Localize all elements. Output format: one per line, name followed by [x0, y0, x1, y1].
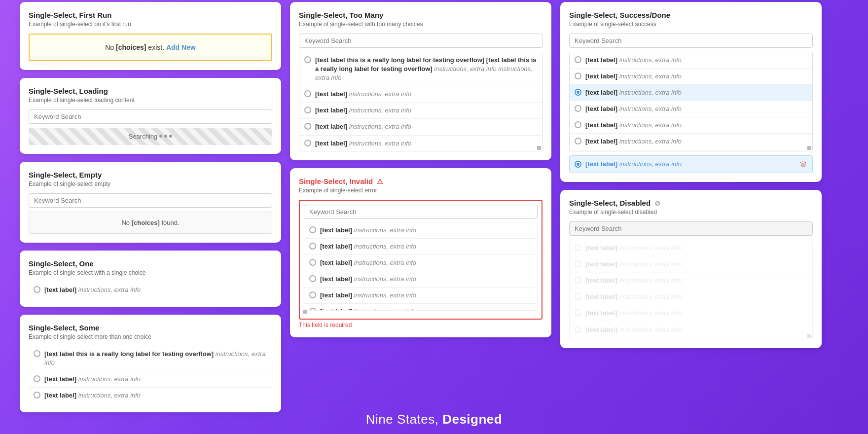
card-success: Single-Select, Success/Done Example of s…: [560, 2, 822, 182]
first-run-box: No [choices] exist. Add New: [29, 34, 272, 61]
card-loading: Single-Select, Loading Example of single…: [20, 78, 281, 154]
too-many-resize[interactable]: [537, 146, 541, 150]
disabled-item-5: [text label] instructions, extra info: [570, 322, 812, 338]
invalid-item-2[interactable]: [text label] instructions, extra info: [304, 255, 537, 271]
success-item-2-selected[interactable]: [text label] instructions, extra info: [570, 85, 812, 101]
loading-search-input[interactable]: [29, 109, 272, 124]
success-radio-2-selected: [575, 89, 581, 96]
some-item-2[interactable]: [text label] instructions, extra info: [29, 388, 272, 403]
too-many-radio-3: [304, 123, 311, 130]
one-radio-circle: [34, 286, 40, 293]
empty-title: Single-Select, Empty: [29, 171, 272, 179]
invalid-radio-2: [309, 259, 316, 266]
success-scroll[interactable]: [text label] instructions, extra info [t…: [570, 52, 812, 151]
some-radio-2: [34, 392, 40, 398]
invalid-item-5[interactable]: [text label] instructions, extra info: [304, 304, 537, 310]
first-run-message-post: exist.: [146, 43, 164, 51]
some-item-0[interactable]: [text label this is a really long label …: [29, 346, 272, 371]
invalid-radio-0: [309, 226, 316, 233]
too-many-radio-1: [304, 90, 311, 97]
add-new-link[interactable]: Add New: [166, 43, 196, 51]
success-search-input[interactable]: [569, 34, 813, 48]
disabled-scroll: [text label] instructions, extra info [t…: [570, 240, 812, 339]
success-radio-5: [575, 138, 581, 145]
invalid-title: Single-Select, Invalid ⚠: [299, 177, 542, 185]
some-item-1[interactable]: [text label] instructions, extra info: [29, 371, 272, 388]
success-item-0[interactable]: [text label] instructions, extra info: [570, 52, 812, 69]
success-selected-label: [text label]: [585, 160, 617, 168]
disabled-item-4: [text label] instructions, extra info: [570, 305, 812, 322]
success-radio-0: [575, 56, 581, 63]
some-subtitle: Example of single-select more than one c…: [29, 333, 272, 340]
one-item-text: [text label] instructions, extra info: [44, 286, 267, 294]
invalid-search-input[interactable]: [304, 205, 538, 219]
invalid-item-3[interactable]: [text label] instructions, extra info: [304, 271, 537, 288]
success-item-3[interactable]: [text label] instructions, extra info: [570, 101, 812, 117]
too-many-list: [text label this is a really long label …: [299, 52, 542, 151]
some-text-0: [text label this is a really long label …: [44, 350, 267, 367]
success-radio-3: [575, 105, 581, 112]
no-choices-post: found.: [160, 219, 180, 226]
too-many-item-0[interactable]: [text label this is a really long label …: [299, 52, 542, 87]
success-resize[interactable]: [807, 146, 811, 150]
too-many-subtitle: Example of single-select with too many c…: [299, 21, 542, 28]
disabled-item-0: [text label] instructions, extra info: [570, 240, 812, 256]
card-empty: Single-Select, Empty Example of single-s…: [20, 162, 281, 243]
card-first-run: Single-Select, First Run Example of sing…: [20, 2, 281, 70]
disabled-radio-5: [575, 326, 581, 333]
success-trash-icon[interactable]: 🗑: [799, 160, 807, 169]
success-selected-extra: instructions, extra info: [619, 160, 682, 168]
success-radio-1: [575, 72, 581, 79]
too-many-scroll[interactable]: [text label this is a really long label …: [299, 52, 542, 151]
invalid-radio-3: [309, 275, 316, 282]
success-item-1[interactable]: [text label] instructions, extra info: [570, 69, 812, 85]
disabled-radio-2: [575, 277, 581, 284]
success-title: Single-Select, Success/Done: [569, 11, 813, 19]
success-item-5[interactable]: [text label] instructions, extra info: [570, 134, 812, 150]
success-item-6[interactable]: [text label] instructions, extra info: [570, 150, 812, 151]
searching-text: Searching: [129, 133, 158, 140]
disabled-radio-4: [575, 309, 581, 316]
invalid-item-4[interactable]: [text label] instructions, extra info: [304, 288, 537, 304]
invalid-resize[interactable]: [303, 310, 307, 314]
disabled-subtitle: Example of single-select disabled: [569, 209, 813, 216]
invalid-scroll[interactable]: [text label] instructions, extra info [t…: [304, 222, 538, 311]
invalid-item-0[interactable]: [text label] instructions, extra info: [304, 222, 537, 239]
invalid-item-1[interactable]: [text label] instructions, extra info: [304, 239, 537, 255]
disabled-list: [text label] instructions, extra info [t…: [569, 240, 813, 339]
one-radio-item[interactable]: [text label] instructions, extra info: [29, 282, 272, 298]
success-item-4[interactable]: [text label] instructions, extra info: [570, 117, 812, 134]
too-many-title: Single-Select, Too Many: [299, 11, 542, 19]
empty-search-input[interactable]: [29, 193, 272, 208]
disabled-radio-1: [575, 260, 581, 267]
invalid-border-wrapper: [text label] instructions, extra info [t…: [299, 200, 542, 320]
disabled-search-input: [569, 221, 813, 236]
card-too-many: Single-Select, Too Many Example of singl…: [290, 2, 551, 160]
middle-column: Single-Select, Too Many Example of singl…: [290, 2, 551, 337]
loading-stripe: Searching: [29, 128, 272, 145]
invalid-error-text: This field is required: [299, 322, 542, 328]
too-many-item-1[interactable]: [text label] instructions, extra info: [299, 86, 542, 103]
dot-1: [159, 135, 162, 138]
some-title: Single-Select, Some: [29, 324, 272, 332]
success-selected-circle: [575, 161, 581, 168]
too-many-item-4[interactable]: [text label] instructions, extra info: [299, 136, 542, 151]
success-radio-4: [575, 121, 581, 128]
disabled-item-2: [text label] instructions, extra info: [570, 273, 812, 289]
disabled-item-1: [text label] instructions, extra info: [570, 256, 812, 273]
loading-title: Single-Select, Loading: [29, 87, 272, 95]
disabled-icon: ⊘: [654, 199, 660, 207]
dot-3: [169, 135, 172, 138]
invalid-subtitle: Example of single-select error: [299, 187, 542, 194]
empty-subtitle: Example of single-select empty: [29, 181, 272, 187]
first-run-subtitle: Example of single-select on it's first r…: [29, 21, 272, 28]
card-invalid: Single-Select, Invalid ⚠ Example of sing…: [290, 168, 551, 337]
too-many-item-2[interactable]: [text label] instructions, extra info: [299, 103, 542, 119]
first-run-message-pre: No: [105, 43, 116, 51]
one-item-extra: instructions, extra info: [78, 286, 141, 293]
too-many-item-3[interactable]: [text label] instructions, extra info: [299, 119, 542, 135]
too-many-search-input[interactable]: [299, 34, 542, 48]
success-selected-row[interactable]: [text label] instructions, extra info 🗑: [569, 155, 813, 173]
card-disabled: Single-Select, Disabled ⊘ Example of sin…: [560, 190, 822, 348]
disabled-item-3: [text label] instructions, extra info: [570, 289, 812, 305]
